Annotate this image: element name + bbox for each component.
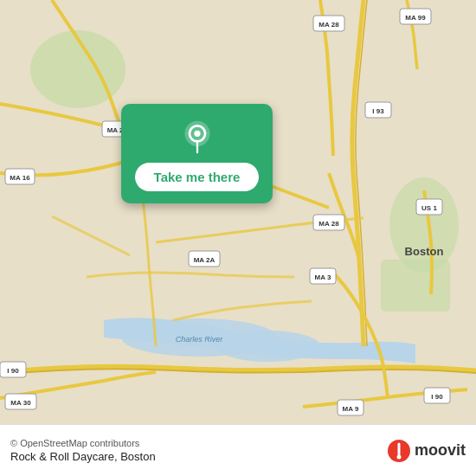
take-me-there-button[interactable]: Take me there xyxy=(135,163,260,191)
svg-text:I 93: I 93 xyxy=(372,107,384,115)
moovit-logo: moovit xyxy=(387,439,466,463)
svg-text:I 90: I 90 xyxy=(431,393,443,401)
bottom-bar: © OpenStreetMap contributors Rock & Roll… xyxy=(0,424,476,476)
place-info: Rock & Roll Daycare, Boston xyxy=(10,450,156,463)
svg-text:MA 30: MA 30 xyxy=(10,399,31,407)
moovit-icon xyxy=(387,439,411,463)
bottom-left-info: © OpenStreetMap contributors Rock & Roll… xyxy=(10,438,156,463)
svg-text:MA 28: MA 28 xyxy=(318,21,339,29)
popup-card: Take me there xyxy=(121,104,273,203)
moovit-text: moovit xyxy=(415,441,466,460)
svg-text:I 90: I 90 xyxy=(7,367,19,375)
svg-text:Charles River: Charles River xyxy=(176,335,224,344)
location-pin-icon xyxy=(180,119,215,154)
attribution-text: © OpenStreetMap contributors xyxy=(10,438,156,448)
svg-text:MA 2A: MA 2A xyxy=(194,256,215,264)
svg-text:MA 99: MA 99 xyxy=(405,14,426,22)
svg-point-38 xyxy=(396,454,401,459)
svg-point-36 xyxy=(194,131,200,137)
svg-text:Boston: Boston xyxy=(405,245,444,258)
map-container: MA 2A MA 2A MA 16 MA 28 MA 99 I 93 US 1 … xyxy=(0,0,476,424)
svg-text:MA 9: MA 9 xyxy=(343,405,359,413)
svg-rect-5 xyxy=(381,260,450,312)
map-svg: MA 2A MA 2A MA 16 MA 28 MA 99 I 93 US 1 … xyxy=(0,0,476,424)
svg-text:MA 28: MA 28 xyxy=(318,220,339,228)
svg-text:US 1: US 1 xyxy=(421,204,437,212)
svg-text:MA 16: MA 16 xyxy=(10,174,30,182)
svg-text:MA 3: MA 3 xyxy=(315,273,331,281)
